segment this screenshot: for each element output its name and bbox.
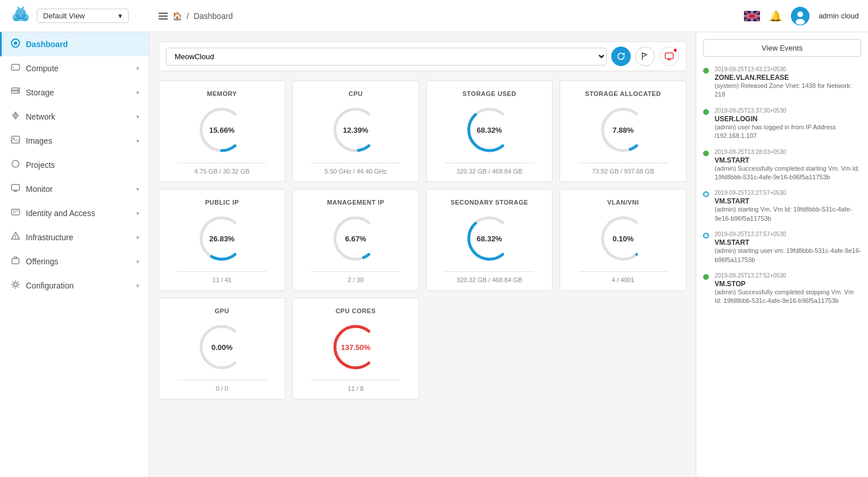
sidebar-item-identity[interactable]: Identity and Access ▾ xyxy=(0,201,149,225)
svg-rect-37 xyxy=(11,209,20,215)
user-avatar xyxy=(791,7,809,25)
svg-rect-7 xyxy=(159,16,168,17)
event-content: 2019-09-25T13:27:57+0530 VM.START (admin… xyxy=(715,231,861,264)
event-desc: (admin) Successfully completed starting … xyxy=(715,164,861,182)
event-type: VM.START xyxy=(715,238,861,247)
gauge-container-cpu: 12.39% xyxy=(330,104,381,156)
sidebar-label-compute: Compute xyxy=(26,64,130,73)
svg-rect-34 xyxy=(11,184,20,190)
chevron-icon: ▾ xyxy=(136,89,140,97)
home-icon[interactable]: 🏠 xyxy=(172,11,182,21)
chevron-icon: ▾ xyxy=(136,137,140,145)
sidebar-icon-dashboard xyxy=(11,39,20,50)
sidebar-item-monitor[interactable]: Monitor ▾ xyxy=(0,177,149,201)
sidebar-item-infrastructure[interactable]: Infrastructure ▾ xyxy=(0,225,149,249)
notification-bell-icon[interactable]: 🔔 xyxy=(769,10,782,22)
event-desc: (system) Released Zone Vnet: 1438 for Ne… xyxy=(715,82,861,99)
gauge-value-gpu: 0.00% xyxy=(211,343,233,352)
app-logo xyxy=(9,5,32,28)
sidebar-icon-infrastructure xyxy=(11,232,20,243)
language-flag-icon[interactable] xyxy=(744,11,760,21)
event-item: 2019-09-25T13:27:57+0530 VM.START (admin… xyxy=(703,190,861,223)
metric-title-storage_used: STORAGE USED xyxy=(462,90,516,97)
event-type: VM.START xyxy=(715,197,861,205)
metric-divider-vlan xyxy=(578,271,668,272)
event-type: VM.STOP xyxy=(715,280,861,288)
event-content: 2019-09-25T13:27:52+0530 VM.STOP (admin)… xyxy=(715,272,861,306)
event-time: 2019-09-25T13:28:03+0530 xyxy=(715,149,861,155)
sidebar-label-storage: Storage xyxy=(26,88,130,97)
refresh-button[interactable] xyxy=(611,47,631,66)
sidebar-icon-projects xyxy=(11,159,20,171)
sidebar-item-storage[interactable]: Storage ▾ xyxy=(0,80,149,105)
metric-card-cpu_cores: CPU CORES 137.50% 11 / 8 xyxy=(292,298,419,399)
metric-divider-cpu_cores xyxy=(311,380,400,380)
sidebar-label-images: Images xyxy=(26,136,130,145)
sidebar-item-configuration[interactable]: Configuration ▾ xyxy=(0,274,149,298)
metric-card-memory: MEMORY 15.66% 4.75 GB / 30.32 GB xyxy=(159,80,286,182)
content-area: MeowCloud xyxy=(149,32,868,477)
metric-sub-secondary_storage: 320.32 GB / 468.84 GB xyxy=(457,276,522,283)
sidebar-label-identity: Identity and Access xyxy=(26,209,130,218)
event-time: 2019-09-25T13:27:57+0530 xyxy=(715,190,861,196)
svg-rect-31 xyxy=(11,136,20,143)
metric-title-secondary_storage: SECONDARY STORAGE xyxy=(450,199,528,206)
gauge-container-memory: 15.66% xyxy=(196,104,248,156)
monitor-button[interactable] xyxy=(659,47,679,66)
metric-divider-cpu xyxy=(311,163,400,163)
event-dot xyxy=(703,191,709,197)
metric-card-public_ip: PUBLIC IP 26.83% 11 / 41 xyxy=(159,189,286,291)
sidebar-label-projects: Projects xyxy=(26,160,140,170)
metric-divider-memory xyxy=(177,163,267,163)
event-time: 2019-09-25T13:27:57+0530 xyxy=(715,231,861,237)
content-topbar: MeowCloud xyxy=(159,41,686,71)
svg-point-42 xyxy=(15,238,16,239)
event-desc: (admin) starting Vm. Vm Id: 19fd8bbb-531… xyxy=(715,205,861,223)
sidebar-item-dashboard[interactable]: Dashboard xyxy=(0,32,149,56)
sidebar-icon-compute xyxy=(11,63,20,74)
gauge-value-memory: 15.66% xyxy=(209,126,234,134)
cloud-select[interactable]: MeowCloud xyxy=(166,48,607,66)
metric-card-vlan: VLAN/VNI 0.10% 4 / 4001 xyxy=(560,189,686,291)
gauge-container-management_ip: 6.67% xyxy=(330,213,381,264)
svg-point-33 xyxy=(12,160,19,167)
metric-divider-management_ip xyxy=(311,271,400,272)
metric-title-cpu_cores: CPU CORES xyxy=(335,307,376,314)
top-header: Default View ▾ 🏠 / Dashboard 🔔 xyxy=(0,0,868,32)
sidebar-item-network[interactable]: Network ▾ xyxy=(0,105,149,129)
svg-point-22 xyxy=(14,41,17,45)
view-select[interactable]: Default View ▾ xyxy=(37,9,129,23)
sidebar-item-compute[interactable]: Compute ▾ xyxy=(0,56,149,80)
sidebar: Dashboard Compute ▾ Storage ▾ Network ▾ … xyxy=(0,32,149,477)
sidebar-icon-offerings xyxy=(11,256,20,267)
event-time: 2019-09-25T13:37:30+0530 xyxy=(715,107,861,114)
event-dot xyxy=(703,151,709,156)
sidebar-label-infrastructure: Infrastructure xyxy=(26,233,130,242)
menu-icon[interactable] xyxy=(159,11,168,21)
svg-point-19 xyxy=(797,11,803,17)
metric-card-secondary_storage: SECONDARY STORAGE 68.32% 320.32 GB / 468… xyxy=(426,189,553,291)
metric-title-vlan: VLAN/VNI xyxy=(607,199,639,206)
sidebar-label-dashboard: Dashboard xyxy=(26,40,140,49)
sidebar-icon-images xyxy=(11,135,20,147)
flag-button[interactable] xyxy=(635,47,655,66)
gauge-value-storage_used: 68.32% xyxy=(477,126,502,134)
metric-sub-public_ip: 11 / 41 xyxy=(213,276,232,283)
right-panel: View Events 2019-09-25T13:43:23+0530 ZON… xyxy=(696,32,868,477)
gauge-value-vlan: 0.10% xyxy=(612,234,634,243)
view-events-button[interactable]: View Events xyxy=(703,39,861,57)
header-right: 🔔 admin cloud xyxy=(744,7,859,25)
chevron-icon: ▾ xyxy=(136,65,140,72)
metric-title-public_ip: PUBLIC IP xyxy=(205,199,239,206)
metric-sub-gpu: 0 / 0 xyxy=(216,385,228,392)
svg-point-28 xyxy=(17,91,18,93)
svg-point-20 xyxy=(796,19,805,25)
metric-divider-secondary_storage xyxy=(445,271,534,272)
events-list: 2019-09-25T13:43:23+0530 ZONE.VLAN.RELEA… xyxy=(703,66,861,306)
sidebar-item-offerings[interactable]: Offerings ▾ xyxy=(0,249,149,274)
sidebar-item-projects[interactable]: Projects xyxy=(0,153,149,177)
metric-sub-storage_used: 320.32 GB / 468.84 GB xyxy=(457,168,522,175)
sidebar-item-images[interactable]: Images ▾ xyxy=(0,129,149,153)
gauge-value-cpu: 12.39% xyxy=(343,126,368,134)
chevron-icon: ▾ xyxy=(136,282,140,290)
